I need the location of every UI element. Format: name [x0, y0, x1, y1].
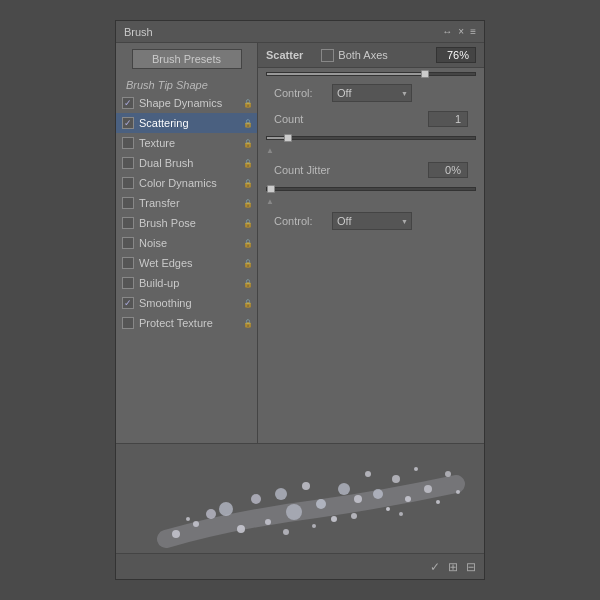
scatter-label: Scatter: [266, 49, 303, 61]
spacer: [258, 234, 484, 443]
svg-point-4: [251, 494, 261, 504]
count-jitter-value[interactable]: 0%: [428, 162, 468, 178]
checkbox-6[interactable]: [122, 217, 134, 229]
count-jitter-slider-track[interactable]: [266, 187, 476, 191]
checkbox-10[interactable]: [122, 297, 134, 309]
svg-point-3: [237, 525, 245, 533]
menu-icon[interactable]: ≡: [470, 26, 476, 37]
checkbox-9[interactable]: [122, 277, 134, 289]
checkbox-5[interactable]: [122, 197, 134, 209]
preview-area: [116, 443, 484, 553]
control-select-2[interactable]: Off Fade Pen Pressure: [332, 212, 412, 230]
svg-point-22: [456, 490, 460, 494]
sidebar-item-shape-dynamics[interactable]: Shape Dynamics🔒: [116, 93, 257, 113]
sidebar-item-transfer[interactable]: Transfer🔒: [116, 193, 257, 213]
sidebar: Brush Presets Brush Tip Shape Shape Dyna…: [116, 43, 258, 443]
both-axes-label: Both Axes: [338, 49, 388, 61]
control-select-wrapper-1: Off Fade Pen Pressure: [332, 84, 412, 102]
count-value[interactable]: 1: [428, 111, 468, 127]
sidebar-items-list: Shape Dynamics🔒Scattering🔒Texture🔒Dual B…: [116, 93, 257, 333]
sidebar-item-wet-edges[interactable]: Wet Edges🔒: [116, 253, 257, 273]
count-jitter-label: Count Jitter: [274, 164, 428, 176]
svg-point-15: [386, 507, 390, 511]
checkmark-icon[interactable]: ✓: [430, 560, 440, 574]
count-jitter-row: Count Jitter 0%: [258, 157, 484, 183]
control-row-2: Control: Off Fade Pen Pressure: [258, 208, 484, 234]
checkbox-4[interactable]: [122, 177, 134, 189]
sidebar-item-texture[interactable]: Texture🔒: [116, 133, 257, 153]
count-slider-track[interactable]: [266, 136, 476, 140]
resize-icon[interactable]: ↔: [442, 26, 452, 37]
count-jitter-slider-thumb[interactable]: [267, 185, 275, 193]
checkbox-11[interactable]: [122, 317, 134, 329]
sidebar-item-label-9: Build-up: [139, 277, 241, 289]
control-label-1: Control:: [274, 87, 324, 99]
count-slider-thumb[interactable]: [284, 134, 292, 142]
svg-point-2: [219, 502, 233, 516]
svg-point-6: [275, 488, 287, 500]
svg-point-19: [424, 485, 432, 493]
svg-point-7: [286, 504, 302, 520]
close-icon[interactable]: ×: [458, 26, 464, 37]
sidebar-item-label-4: Color Dynamics: [139, 177, 241, 189]
sidebar-item-label-0: Shape Dynamics: [139, 97, 241, 109]
svg-point-18: [414, 467, 418, 471]
scatter-slider-thumb[interactable]: [421, 70, 429, 78]
lock-icon-0: 🔒: [243, 99, 253, 108]
section-arrow: ▲: [258, 144, 484, 157]
scatter-slider-fill: [267, 73, 425, 75]
svg-point-23: [172, 530, 180, 538]
sidebar-item-noise[interactable]: Noise🔒: [116, 233, 257, 253]
sidebar-item-label-11: Protect Texture: [139, 317, 241, 329]
lock-icon-11: 🔒: [243, 319, 253, 328]
svg-point-26: [312, 524, 316, 528]
svg-point-10: [331, 516, 337, 522]
svg-point-20: [436, 500, 440, 504]
grid-icon[interactable]: ⊞: [448, 560, 458, 574]
sidebar-item-smoothing[interactable]: Smoothing🔒: [116, 293, 257, 313]
sidebar-item-brush-pose[interactable]: Brush Pose🔒: [116, 213, 257, 233]
checkbox-3[interactable]: [122, 157, 134, 169]
scatter-header: Scatter Both Axes 76%: [258, 43, 484, 68]
checkbox-2[interactable]: [122, 137, 134, 149]
svg-point-25: [283, 529, 289, 535]
sidebar-item-protect-texture[interactable]: Protect Texture🔒: [116, 313, 257, 333]
sidebar-item-label-3: Dual Brush: [139, 157, 241, 169]
svg-point-28: [399, 512, 403, 516]
checkbox-0[interactable]: [122, 97, 134, 109]
svg-point-12: [354, 495, 362, 503]
svg-point-9: [316, 499, 326, 509]
checkbox-8[interactable]: [122, 257, 134, 269]
sidebar-item-color-dynamics[interactable]: Color Dynamics🔒: [116, 173, 257, 193]
lock-icon-4: 🔒: [243, 179, 253, 188]
preview-svg: [116, 444, 484, 553]
lock-icon-5: 🔒: [243, 199, 253, 208]
checkbox-7[interactable]: [122, 237, 134, 249]
count-label: Count: [274, 113, 428, 125]
scatter-slider-track[interactable]: [266, 72, 476, 76]
brush-panel: Brush ↔ × ≡ Brush Presets Brush Tip Shap…: [115, 20, 485, 580]
svg-point-21: [445, 471, 451, 477]
sidebar-item-label-1: Scattering: [139, 117, 241, 129]
lock-icon-7: 🔒: [243, 239, 253, 248]
checkbox-1[interactable]: [122, 117, 134, 129]
lock-icon-2: 🔒: [243, 139, 253, 148]
lock-icon-1: 🔒: [243, 119, 253, 128]
count-jitter-slider-row: [258, 183, 484, 195]
control-select-1[interactable]: Off Fade Pen Pressure: [332, 84, 412, 102]
bottom-toolbar: ✓ ⊞ ⊟: [116, 553, 484, 579]
brush-presets-button[interactable]: Brush Presets: [132, 49, 242, 69]
panel-title: Brush: [124, 26, 153, 38]
svg-point-24: [186, 517, 190, 521]
svg-point-27: [351, 513, 357, 519]
sidebar-item-dual-brush[interactable]: Dual Brush🔒: [116, 153, 257, 173]
lock-icon-10: 🔒: [243, 299, 253, 308]
delete-icon[interactable]: ⊟: [466, 560, 476, 574]
control-label-2: Control:: [274, 215, 324, 227]
scatter-value[interactable]: 76%: [436, 47, 476, 63]
svg-point-5: [265, 519, 271, 525]
control-row-1: Control: Off Fade Pen Pressure: [258, 80, 484, 106]
both-axes-checkbox[interactable]: [321, 49, 334, 62]
sidebar-item-scattering[interactable]: Scattering🔒: [116, 113, 257, 133]
sidebar-item-build-up[interactable]: Build-up🔒: [116, 273, 257, 293]
